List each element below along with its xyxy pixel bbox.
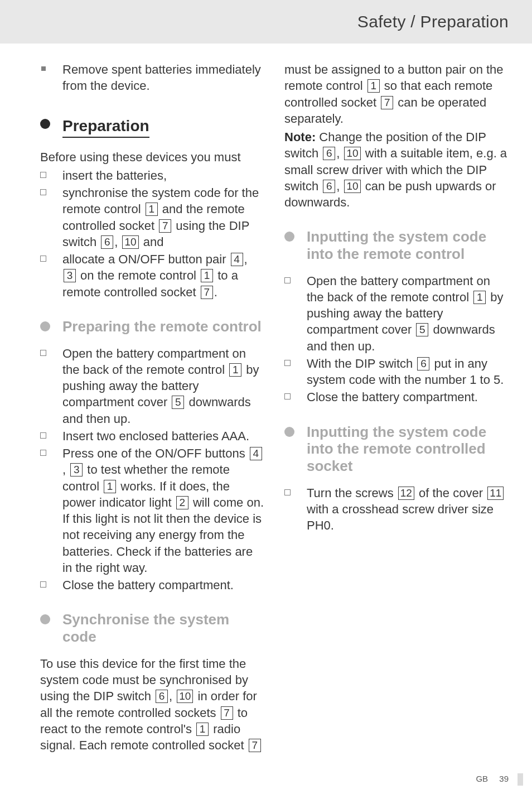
ref-number: 4 <box>250 447 262 460</box>
text: of the cover <box>415 486 486 500</box>
ref-number: 7 <box>159 219 171 233</box>
text: on the remote control <box>77 268 200 282</box>
ref-number: 7 <box>201 286 213 299</box>
list-item: Press one of the ON/OFF buttons 4, 3 to … <box>40 445 264 576</box>
ref-number: 6 <box>417 357 429 370</box>
paragraph: Note: Change the position of the DIP swi… <box>284 129 509 210</box>
list-item: Open the battery compartment on the back… <box>40 345 264 427</box>
text: Open the battery compartment on the back… <box>62 346 246 377</box>
heading-input-socket: Inputting the system code into the remot… <box>284 423 509 475</box>
list-item: Close the battery compartment. <box>284 389 509 405</box>
ref-number: 6 <box>101 235 113 249</box>
ref-number: 11 <box>487 487 504 500</box>
ref-number: 1 <box>104 480 116 493</box>
input-remote-list: Open the battery compartment on the back… <box>284 273 509 406</box>
ref-number: 1 <box>473 291 486 304</box>
ref-number: 1 <box>201 269 213 282</box>
ref-number: 6 <box>323 147 335 160</box>
text: With the DIP switch <box>307 357 416 370</box>
ref-number: 6 <box>156 690 168 703</box>
footer-page-number: 39 <box>499 774 509 783</box>
preparing-remote-list: Open the battery compartment on the back… <box>40 345 264 594</box>
input-socket-list: Turn the screws 12 of the cover 11 with … <box>284 485 509 534</box>
text: Turn the screws <box>307 486 397 500</box>
heading-synchronise: Synchronise the system code <box>40 611 264 645</box>
ref-number: 4 <box>231 253 243 266</box>
list-item: Close the battery compartment. <box>40 577 264 593</box>
ref-number: 6 <box>323 180 335 193</box>
content-columns: Remove spent batteries immediately from … <box>40 61 509 760</box>
text: Open the battery compartment on the back… <box>307 274 490 304</box>
text: insert the batteries, <box>62 169 167 182</box>
note-label: Note: <box>284 130 316 144</box>
ref-number: 1 <box>146 203 158 216</box>
list-item: insert the batteries, <box>40 167 264 184</box>
ref-number: 12 <box>398 487 414 500</box>
footer-bar <box>518 773 523 786</box>
ref-number: 5 <box>172 396 184 409</box>
intro-list: Remove spent batteries immediately from … <box>40 61 264 94</box>
heading-input-remote: Inputting the system code into the remot… <box>284 228 509 262</box>
list-item: allocate a ON/OFF button pair 4, 3 on th… <box>40 251 264 300</box>
footer-country: GB <box>476 774 488 783</box>
paragraph: Before using these devices you must <box>40 149 264 165</box>
ref-number: 1 <box>229 363 241 377</box>
list-item: Turn the screws 12 of the cover 11 with … <box>284 485 509 534</box>
text: and <box>140 235 164 249</box>
ref-number: 10 <box>122 235 138 249</box>
text: Remove spent batteries immediately from … <box>62 62 261 93</box>
ref-number: 2 <box>176 496 188 509</box>
heading-preparation: Preparation <box>40 115 264 138</box>
ref-number: 5 <box>416 323 428 336</box>
heading-preparing-remote: Preparing the remote control <box>40 318 264 335</box>
ref-number: 1 <box>367 79 380 93</box>
text: Close the battery compartment. <box>62 578 234 592</box>
ref-number: 3 <box>70 463 83 476</box>
text: Close the battery compartment. <box>307 390 478 404</box>
page-header-title: Safety / Preparation <box>357 12 509 31</box>
list-item: Insert two enclosed batteries AAA. <box>40 428 264 444</box>
list-item: Remove spent batteries immediately from … <box>40 61 264 94</box>
text: Insert two enclosed batteries AAA. <box>62 429 249 443</box>
ref-number: 10 <box>344 147 360 160</box>
ref-number: 7 <box>249 739 261 752</box>
list-item: With the DIP switch 6 put in any system … <box>284 355 509 388</box>
text: with a crosshead screw driver size PH0. <box>307 502 494 532</box>
ref-number: 1 <box>196 723 209 736</box>
ref-number: 10 <box>177 690 193 703</box>
text: allocate a ON/OFF button pair <box>62 252 230 266</box>
text: Press one of the ON/OFF buttons <box>62 446 249 460</box>
ref-number: 10 <box>344 180 360 193</box>
page-footer: GB 39 <box>476 774 509 783</box>
ref-number: 7 <box>381 96 393 109</box>
ref-number: 7 <box>221 706 233 720</box>
prep-list: insert the batteries, synchronise the sy… <box>40 167 264 300</box>
list-item: synchronise the system code for the remo… <box>40 185 264 250</box>
list-item: Open the battery compartment on the back… <box>284 273 509 354</box>
ref-number: 3 <box>64 269 76 282</box>
heading-text: Preparation <box>62 115 149 138</box>
